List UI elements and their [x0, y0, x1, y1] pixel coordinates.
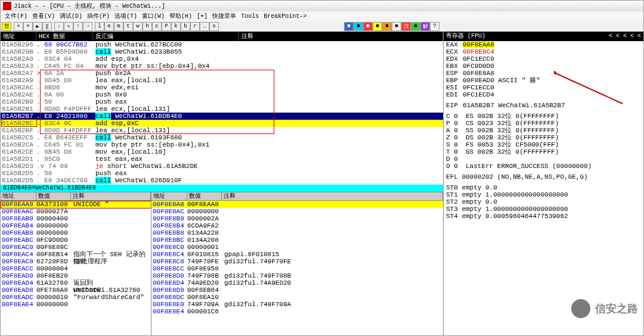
- disasm-row[interactable]: 61A5B2BF. 8D8D F4FDFFFlea ecx,[local.131…: [1, 127, 443, 134]
- stack-row[interactable]: 00F8E8E0749F709Agdi32ful.749F709A: [151, 301, 443, 308]
- tb-e[interactable]: ■: [382, 22, 392, 31]
- disasm-row[interactable]: 61A5B2B7. E8 24021800call WeChatWi.61BDB…: [1, 113, 443, 120]
- register-row[interactable]: EBP00F8EAD0 ASCII " 滕": [444, 77, 643, 84]
- stack-row[interactable]: 00F8E8C8749F70FEgdi32ful.749F70FE: [151, 258, 443, 265]
- register-row[interactable]: EDI0FC1ECD4: [444, 91, 643, 98]
- c-button[interactable]: c: [152, 22, 162, 31]
- tb-g[interactable]: 汉: [401, 22, 411, 31]
- dump-row[interactable]: 00F8EAD80FE788A8UNICODE "ForwardShareCar…: [1, 287, 151, 294]
- dump-row[interactable]: 00F8EAE400000000: [1, 301, 151, 308]
- disasm-row[interactable]: 61A5B29B. E8 B5FD8D00call WeChatWi.6233B…: [1, 48, 443, 55]
- menu-item[interactable]: 窗口(W): [140, 12, 166, 20]
- play-button[interactable]: ▶: [33, 22, 42, 31]
- disasm-row[interactable]: 61A5B2CE. 8B45 D8mov eax,[local.10]: [1, 148, 443, 155]
- w-button[interactable]: w: [133, 22, 143, 31]
- tb-a[interactable]: ■: [344, 22, 354, 31]
- stack-row[interactable]: 00F8E8AC00000000: [151, 208, 443, 215]
- dump-row[interactable]: 00F8EAB400000000: [1, 222, 151, 229]
- h-button[interactable]: h: [143, 22, 152, 31]
- s-button[interactable]: s: [209, 22, 219, 31]
- disasm-row[interactable]: 61A5B2CA. C645 FC 01mov byte ptr ss:[ebp…: [1, 141, 443, 148]
- l-button[interactable]: l: [95, 22, 104, 31]
- step-into-button[interactable]: ↓: [54, 22, 64, 31]
- dump-row[interactable]: 00F8EAC862728F8DSE处理程序: [1, 258, 151, 265]
- pause-button[interactable]: 暂: [2, 22, 11, 31]
- stack-row[interactable]: 00F8E8BC0134A208: [151, 237, 443, 244]
- dump-row[interactable]: 00F8EACC00000004: [1, 265, 151, 272]
- dump-row[interactable]: 00F8EAAC0000027A: [1, 208, 151, 215]
- t-button[interactable]: t: [123, 22, 133, 31]
- menu-item[interactable]: 选项(T): [113, 12, 139, 20]
- dump-row[interactable]: 00F8EABC0FC9D0D0: [1, 237, 151, 244]
- menu-item[interactable]: 帮助(H): [168, 12, 194, 20]
- disasm-row[interactable]: 61A5B2A9. 8D45 D8lea eax,[local.10]: [1, 77, 443, 84]
- register-row[interactable]: EDX0FC1ECC0: [444, 55, 643, 63]
- disasm-row[interactable]: 61A5B2A7> 6A 2Apush 0x2A: [1, 70, 443, 77]
- menu-item[interactable]: 插件(P): [85, 12, 112, 20]
- menu-item[interactable]: 查看(V): [30, 12, 57, 20]
- register-row[interactable]: ECX00F8E8C4: [444, 48, 643, 55]
- stack-row[interactable]: 00F8E8DC00F8EA10: [151, 294, 443, 301]
- tb-f[interactable]: ■: [392, 22, 401, 31]
- menu-item[interactable]: 文件(F): [3, 12, 29, 20]
- disasm-row[interactable]: 61A5B2AE. 6A 00push 0x0: [1, 91, 443, 98]
- tb-b[interactable]: ■: [354, 22, 363, 31]
- disasm-row[interactable]: 61A5B2B1. 8D8D F4FDFFFlea ecx,[local.131…: [1, 105, 443, 113]
- register-row[interactable]: EBX0FC9D0D0: [444, 63, 643, 70]
- register-eip[interactable]: EIP61A5B2B7 WeChatWi.61A5B2B7: [444, 102, 643, 109]
- disasm-row[interactable]: 61A5B2D5. 50push eax: [1, 170, 443, 177]
- disasm-pane[interactable]: 61A5B296. 68 00CC7B62push WeChatWi.627BC…: [1, 41, 443, 185]
- disasm-row[interactable]: 61A5B296. 68 00CC7B62push WeChatWi.627BC…: [1, 41, 443, 48]
- menu-bar[interactable]: 文件(F)查看(V)调试(D)插件(P)选项(T)窗口(W)帮助(H)[+]快捷…: [1, 11, 643, 21]
- tb-d[interactable]: ■: [373, 22, 382, 31]
- disasm-row[interactable]: 61A5B2D6. E8 34DEC700call WeChatWi.626D9…: [1, 177, 443, 184]
- registers-pane[interactable]: EAX00F8EAA8ECX00F8E8C4EDX0FC1ECC0EBX0FC9…: [444, 41, 643, 335]
- tb-c[interactable]: ■: [363, 22, 373, 31]
- dump-row[interactable]: 00F8EAC400F8EB14指向下一个 SEH 记录的指针: [1, 251, 151, 258]
- b-button[interactable]: b: [181, 22, 190, 31]
- menu-item[interactable]: [+]: [195, 13, 209, 20]
- disasm-row[interactable]: 61A5B2AC. 8BD6mov edx,esi: [1, 84, 443, 91]
- disasm-row[interactable]: 61A5B2A0. 83C4 04add esp,0x4: [1, 55, 443, 63]
- stack-row[interactable]: 00F8E8A800F8EAA8: [151, 201, 443, 208]
- stack-row[interactable]: 00F8E8B80134A228: [151, 229, 443, 237]
- dump-row[interactable]: 00F8EAD461A32760返回到 WeChatWi.61A32760: [1, 279, 151, 287]
- disasm-row[interactable]: 61A5B2D3.v 74 09je short WeChatWi.61A5B2…: [1, 163, 443, 170]
- stack-row[interactable]: 00F8E8C46F010815gpapi.6F010815: [151, 251, 443, 258]
- step-over-button[interactable]: ↷: [64, 22, 73, 31]
- menu-item[interactable]: 快捷菜单: [210, 12, 238, 20]
- dump-pane[interactable]: 地址 数值 注释 00F8EAA80A373108UNICODE "00F8EA…: [1, 192, 151, 336]
- stack-row[interactable]: 00F8E8D800F8EB84: [151, 287, 443, 294]
- dump-row[interactable]: 00F8EADC00000010: [1, 294, 151, 301]
- stack-row[interactable]: 00F8E8B00000002A: [151, 215, 443, 222]
- close-button[interactable]: ×: [23, 22, 33, 31]
- menu-item[interactable]: 调试(D): [58, 12, 84, 20]
- disasm-row[interactable]: 61A5B2BC. 83C4 0Cadd esp,0xC: [1, 120, 443, 127]
- disasm-row[interactable]: 61A5B2A3. C645 FC 04mov byte ptr ss:[ebp…: [1, 63, 443, 70]
- r-button[interactable]: r: [190, 22, 200, 31]
- e-button[interactable]: e: [104, 22, 114, 31]
- dump-row[interactable]: 00F8EAC000F8E89C: [1, 244, 151, 251]
- run-to-button[interactable]: →: [83, 22, 92, 31]
- dump-row[interactable]: 00F8EAD000F8EB20: [1, 272, 151, 279]
- dump-row[interactable]: 00F8EAB000000400: [1, 215, 151, 222]
- ellipsis-button[interactable]: …: [200, 22, 209, 31]
- toolbar[interactable]: 暂 « × ▶ ‖ ↓ ↷ ↑ → l e m t w h c P k b r …: [1, 21, 643, 32]
- restart-button[interactable]: «: [14, 22, 23, 31]
- stack-row[interactable]: 00F8E8CC00F8E958: [151, 265, 443, 272]
- dump-row[interactable]: 00F8EAB800000000: [1, 229, 151, 237]
- register-row[interactable]: EAX00F8EAA8: [444, 41, 643, 48]
- menu-item[interactable]: BreakPoint->: [262, 13, 308, 20]
- disasm-row[interactable]: 61A5B2DB. 83C4 04add esp,0x4: [1, 184, 443, 185]
- tb-h[interactable]: ■: [411, 22, 420, 31]
- pause2-button[interactable]: ‖: [42, 22, 52, 31]
- dump-row[interactable]: 00F8EAA80A373108UNICODE ": [1, 201, 151, 208]
- stack-row[interactable]: 00F8E8B46CDA9FA2: [151, 222, 443, 229]
- p-button[interactable]: P: [162, 22, 171, 31]
- tb-i[interactable]: 解: [420, 22, 430, 31]
- disasm-row[interactable]: 61A5B2D1. 85C0test eax,eax: [1, 155, 443, 163]
- register-row[interactable]: ESP00F8E8A8: [444, 70, 643, 77]
- tb-j[interactable]: ?: [430, 22, 439, 31]
- k-button[interactable]: k: [171, 22, 181, 31]
- register-row[interactable]: ESI0FC1ECC0: [444, 84, 643, 91]
